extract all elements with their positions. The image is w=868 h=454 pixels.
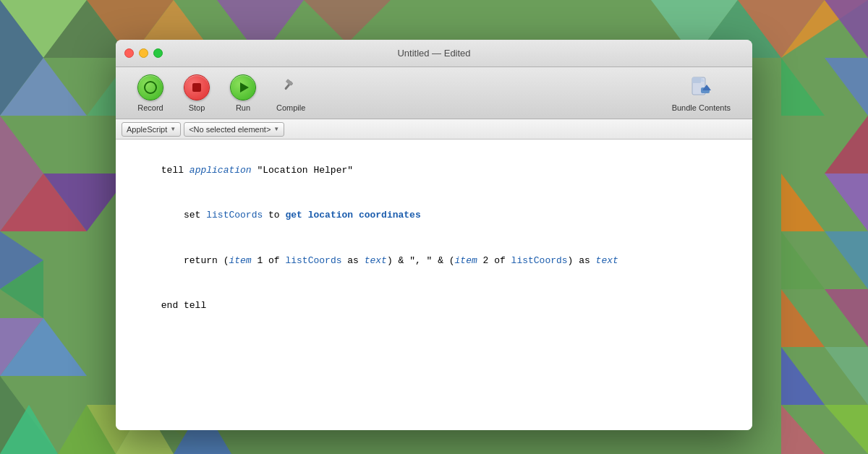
stop-label: Stop xyxy=(189,103,205,112)
applescript-editor-window: Untitled — Edited Record Stop Run Co xyxy=(116,40,752,430)
code-line-2: set listCoords to get location coordinat… xyxy=(127,193,741,238)
code-line-3: return (item 1 of listCoords as text) & … xyxy=(127,239,741,283)
code-line-1: tell application "Location Helper" xyxy=(127,148,741,193)
record-label: Record xyxy=(137,103,163,112)
record-toolbar-item[interactable]: Record xyxy=(127,74,174,112)
language-dropdown-arrow: ▼ xyxy=(170,126,176,132)
element-dropdown[interactable]: <No selected element> ▼ xyxy=(184,122,284,137)
element-dropdown-arrow: ▼ xyxy=(273,126,279,132)
svg-rect-48 xyxy=(692,77,701,83)
run-button[interactable] xyxy=(230,74,256,100)
titlebar: Untitled — Edited xyxy=(116,40,752,67)
selector-bar: AppleScript ▼ <No selected element> ▼ xyxy=(116,119,752,140)
element-value: <No selected element> xyxy=(189,125,271,134)
compile-toolbar-item[interactable]: Compile xyxy=(266,74,315,112)
language-value: AppleScript xyxy=(127,125,167,134)
toolbar: Record Stop Run Compile xyxy=(116,67,752,119)
stop-button[interactable] xyxy=(184,74,210,100)
bundle-contents-icon xyxy=(688,74,714,100)
compile-label: Compile xyxy=(276,103,305,112)
compile-icon xyxy=(278,74,304,100)
maximize-button[interactable] xyxy=(153,48,163,58)
bundle-contents-button[interactable]: Bundle Contents xyxy=(662,74,741,112)
minimize-button[interactable] xyxy=(139,48,148,58)
stop-toolbar-item[interactable]: Stop xyxy=(174,74,220,112)
code-line-4: end tell xyxy=(127,283,741,328)
window-controls xyxy=(124,48,163,58)
run-label: Run xyxy=(236,103,250,112)
close-button[interactable] xyxy=(124,48,134,58)
bundle-contents-label: Bundle Contents xyxy=(672,103,731,112)
run-toolbar-item[interactable]: Run xyxy=(220,74,266,112)
code-editor[interactable]: tell application "Location Helper" set l… xyxy=(116,140,752,430)
language-dropdown[interactable]: AppleScript ▼ xyxy=(122,122,181,137)
record-button[interactable] xyxy=(137,74,163,100)
window-title: Untitled — Edited xyxy=(397,48,470,59)
